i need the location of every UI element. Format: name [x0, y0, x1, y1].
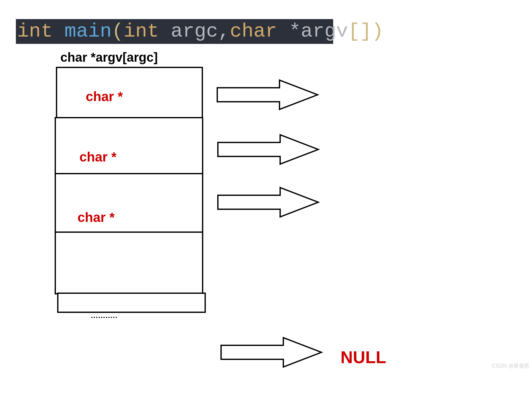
- ellipsis-dots: ...........: [91, 311, 118, 320]
- code-signature: int main(int argc,char *argv[]): [16, 19, 333, 44]
- arrow-0: [216, 79, 321, 111]
- type-int: int: [124, 20, 171, 43]
- arrow-null: [220, 336, 325, 368]
- identifier-argc: argc: [171, 20, 218, 43]
- array-cell-2-label: char *: [77, 210, 115, 225]
- array-cell-0-label: char *: [86, 89, 123, 104]
- array-label: char *argv[argc]: [60, 50, 158, 65]
- array-cell-4: [57, 293, 206, 313]
- bracket-open: [: [348, 20, 360, 43]
- array-cell-1: [55, 117, 203, 175]
- arrow-1: [217, 134, 321, 165]
- bracket-close: ]: [360, 20, 372, 43]
- star-op: *: [289, 20, 301, 43]
- array-cell-2: [55, 173, 203, 233]
- array-cell-1-label: char *: [79, 149, 117, 165]
- identifier-main: main: [64, 20, 112, 43]
- keyword-int: int: [17, 20, 64, 43]
- watermark: CSDN @唐唐思: [492, 363, 529, 369]
- type-char: char: [230, 20, 289, 43]
- paren-open: (: [112, 20, 124, 43]
- null-label: NULL: [340, 347, 386, 367]
- array-cell-0: [56, 67, 203, 120]
- identifier-argv: argv: [301, 20, 348, 43]
- arrow-2: [217, 186, 321, 218]
- array-cell-3: [55, 231, 203, 294]
- paren-close: ): [372, 20, 383, 43]
- comma: ,: [218, 20, 230, 43]
